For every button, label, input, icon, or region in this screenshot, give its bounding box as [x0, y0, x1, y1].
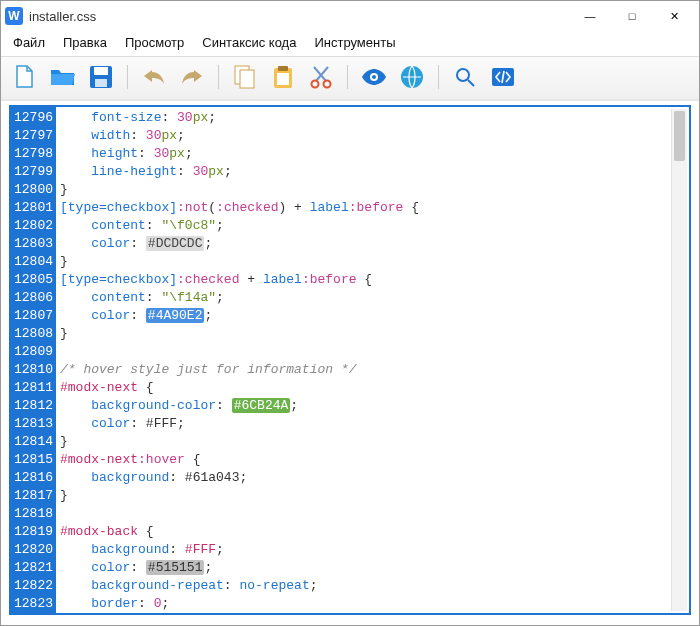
line-number: 12818 [14, 505, 53, 523]
code-line[interactable]: #modx-next:hover { [60, 451, 685, 469]
code-line[interactable]: } [60, 325, 685, 343]
save-button[interactable] [87, 63, 115, 91]
token-punct: ; [208, 110, 216, 125]
token-punct: { [357, 272, 373, 287]
code-line[interactable]: } [60, 253, 685, 271]
code-line[interactable]: #modx-next { [60, 379, 685, 397]
line-number: 12810 [14, 361, 53, 379]
menu-view[interactable]: Просмотр [123, 33, 186, 52]
scroll-thumb[interactable] [674, 111, 685, 161]
toolbar [1, 56, 699, 101]
close-button[interactable]: ✕ [653, 2, 695, 30]
token-idsel: #modx-next [60, 452, 138, 467]
code-icon [491, 67, 515, 87]
token-punct: : [161, 110, 177, 125]
undo-button[interactable] [140, 63, 168, 91]
line-number: 12807 [14, 307, 53, 325]
code-line[interactable]: font-size: 30px; [60, 109, 685, 127]
token-prop: background-color [91, 398, 216, 413]
token-punct: ; [185, 146, 193, 161]
code-line[interactable] [60, 505, 685, 523]
code-line[interactable]: line-height: 30px; [60, 163, 685, 181]
code-line[interactable]: [type=checkbox]:not(:checked) + label:be… [60, 199, 685, 217]
editor[interactable]: 1279612797127981279912800128011280212803… [9, 105, 691, 615]
code-line[interactable]: #modx-back { [60, 523, 685, 541]
code-line[interactable]: height: 30px; [60, 145, 685, 163]
menu-syntax[interactable]: Синтаксис кода [200, 33, 298, 52]
code-line[interactable]: background: #FFF; [60, 541, 685, 559]
code-line[interactable]: color: #DCDCDC; [60, 235, 685, 253]
svg-point-8 [312, 81, 319, 88]
code-line[interactable]: } [60, 487, 685, 505]
token-prop: line-height [91, 164, 177, 179]
line-number: 12799 [14, 163, 53, 181]
open-button[interactable] [49, 63, 77, 91]
code-line[interactable]: color: #FFF; [60, 415, 685, 433]
token-punct: ) + [279, 200, 310, 215]
token-punct: : #61a043; [169, 470, 247, 485]
token-pseudo: :not [177, 200, 208, 215]
code-line[interactable]: background-color: #6CB24A; [60, 397, 685, 415]
code-line[interactable]: color: #515151; [60, 559, 685, 577]
code-line[interactable]: background: #61a043; [60, 469, 685, 487]
menu-edit[interactable]: Правка [61, 33, 109, 52]
token-pseudo: :before [302, 272, 357, 287]
token-indent [60, 416, 91, 431]
token-prop: color [91, 236, 130, 251]
window-controls: — □ ✕ [569, 2, 695, 30]
token-unit: px [193, 110, 209, 125]
line-number: 12812 [14, 397, 53, 415]
browser-button[interactable] [398, 63, 426, 91]
cut-icon [310, 65, 332, 89]
svg-point-9 [324, 81, 331, 88]
search-button[interactable] [451, 63, 479, 91]
code-line[interactable]: border: 0; [60, 595, 685, 613]
code-line[interactable]: color: #4A90E2; [60, 307, 685, 325]
minimize-button[interactable]: — [569, 2, 611, 30]
token-str: "\f14a" [161, 290, 216, 305]
token-punct: : [138, 146, 154, 161]
paste-button[interactable] [269, 63, 297, 91]
svg-rect-7 [277, 73, 289, 85]
code-line[interactable] [60, 343, 685, 361]
token-num: 30 [154, 146, 170, 161]
token-indent [60, 128, 91, 143]
token-indent [60, 578, 91, 593]
code-line[interactable]: background-repeat: no-repeat; [60, 577, 685, 595]
copy-button[interactable] [231, 63, 259, 91]
preview-button[interactable] [360, 63, 388, 91]
token-prop: border [91, 596, 138, 611]
code-line[interactable]: } [60, 181, 685, 199]
token-punct: + [239, 272, 262, 287]
token-punct: } [60, 326, 68, 341]
menu-file[interactable]: Файл [11, 33, 47, 52]
search-icon [454, 66, 476, 88]
svg-rect-6 [278, 66, 288, 71]
redo-button[interactable] [178, 63, 206, 91]
maximize-button[interactable]: □ [611, 2, 653, 30]
code-line[interactable]: content: "\f14a"; [60, 289, 685, 307]
code-area[interactable]: font-size: 30px; width: 30px; height: 30… [56, 107, 689, 613]
vertical-scrollbar[interactable] [671, 109, 687, 611]
line-number: 12803 [14, 235, 53, 253]
line-number: 12806 [14, 289, 53, 307]
new-file-button[interactable] [11, 63, 39, 91]
line-number-gutter: 1279612797127981279912800128011280212803… [11, 107, 56, 613]
menu-tools[interactable]: Инструменты [312, 33, 397, 52]
codeview-button[interactable] [489, 63, 517, 91]
token-idsel: #FFF [185, 542, 216, 557]
token-punct: } [60, 434, 68, 449]
token-indent [60, 542, 91, 557]
code-line[interactable]: content: "\f0c8"; [60, 217, 685, 235]
cut-button[interactable] [307, 63, 335, 91]
token-prop: color [91, 416, 130, 431]
line-number: 12822 [14, 577, 53, 595]
code-line[interactable]: /* hover style just for information */ [60, 361, 685, 379]
token-punct: : [177, 164, 193, 179]
code-line[interactable]: } [60, 433, 685, 451]
token-indent [60, 218, 91, 233]
token-prop: font-size [91, 110, 161, 125]
code-line[interactable]: width: 30px; [60, 127, 685, 145]
line-number: 12821 [14, 559, 53, 577]
code-line[interactable]: [type=checkbox]:checked + label:before { [60, 271, 685, 289]
